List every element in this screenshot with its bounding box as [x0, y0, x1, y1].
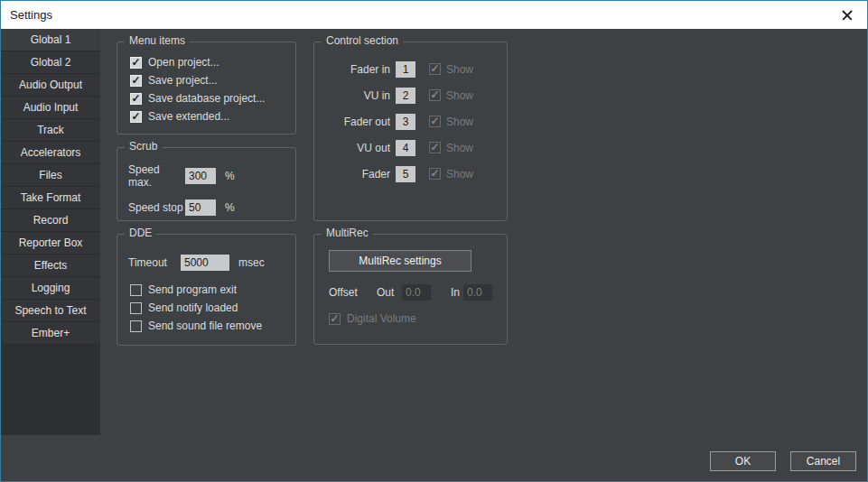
checkbox-open-project[interactable] — [130, 57, 142, 69]
group-dde: DDE Timeout msec Send program exit Send … — [117, 234, 296, 346]
vu-out-label: VU out — [314, 142, 390, 154]
sidebar-item-files[interactable]: Files — [1, 164, 100, 187]
checkbox-label: Save extended... — [148, 110, 229, 123]
sidebar-item-ember[interactable]: Ember+ — [1, 322, 100, 345]
checkbox-label: Save project... — [148, 74, 218, 87]
sidebar-item-logging[interactable]: Logging — [1, 277, 100, 300]
save-extended-row: Save extended... — [130, 110, 295, 123]
offset-label: Offset — [329, 286, 377, 299]
open-project-row: Open project... — [130, 56, 295, 69]
checkbox-digital-volume — [329, 313, 341, 325]
checkbox-label: Save database project... — [148, 92, 265, 105]
vu-in-row: VU in Show — [314, 86, 507, 105]
group-title: MultiRec — [322, 227, 373, 239]
fader-label: Fader — [314, 168, 390, 181]
show-label: Show — [446, 89, 473, 102]
speed-max-row: Speed max. % — [128, 163, 295, 189]
group-multirec: MultiRec MultiRec settings Offset Out In… — [313, 234, 508, 345]
percent-label: % — [225, 170, 235, 182]
fader-row: Fader Show — [314, 164, 507, 183]
fader-out-input[interactable] — [396, 114, 415, 130]
offset-row: Offset Out In — [329, 284, 492, 301]
show-label: Show — [446, 142, 473, 154]
sidebar-item-speech-to-text[interactable]: Speech to Text — [1, 300, 100, 322]
timeout-label: Timeout — [128, 256, 181, 269]
percent-label: % — [225, 201, 235, 214]
in-label: In — [451, 286, 460, 299]
offset-out-input — [402, 284, 431, 301]
out-label: Out — [377, 286, 402, 299]
send-program-exit-row: Send program exit — [130, 283, 295, 296]
checkbox-send-sound-file-remove[interactable] — [130, 320, 142, 332]
speed-stop-label: Speed stop — [128, 201, 185, 214]
offset-in-input — [463, 284, 492, 301]
fader-in-row: Fader in Show — [314, 60, 507, 79]
save-project-row: Save project... — [130, 74, 295, 87]
checkbox-label: Send sound file remove — [148, 320, 262, 332]
checkbox-send-notify-loaded[interactable] — [130, 302, 142, 314]
fader-input[interactable] — [396, 166, 415, 182]
checkbox-send-program-exit[interactable] — [130, 284, 142, 296]
group-control-section: Control section Fader in Show VU in Show… — [313, 42, 508, 221]
vu-in-label: VU in — [314, 89, 390, 102]
sidebar-item-track[interactable]: Track — [1, 119, 100, 142]
sidebar-item-global-1[interactable]: Global 1 — [1, 29, 100, 51]
speed-max-label: Speed max. — [128, 163, 185, 189]
timeout-input[interactable] — [181, 255, 229, 271]
sidebar-item-take-format[interactable]: Take Format — [1, 187, 100, 209]
settings-dialog: Settings Global 1 Global 2 Audio Output … — [0, 0, 868, 482]
sidebar-item-global-2[interactable]: Global 2 — [1, 51, 100, 74]
sidebar-item-effects[interactable]: Effects — [1, 255, 100, 277]
speed-max-input[interactable] — [185, 168, 216, 184]
show-label: Show — [446, 168, 473, 181]
sidebar-item-audio-output[interactable]: Audio Output — [1, 74, 100, 97]
vu-out-input[interactable] — [396, 140, 415, 156]
send-notify-loaded-row: Send notify loaded — [130, 301, 295, 314]
checkbox-save-project[interactable] — [130, 75, 142, 87]
send-sound-file-remove-row: Send sound file remove — [130, 320, 295, 332]
checkbox-label: Open project... — [148, 56, 219, 69]
msec-label: msec — [238, 256, 265, 269]
sidebar-item-record[interactable]: Record — [1, 209, 100, 232]
checkbox-show-vu-out — [429, 142, 441, 153]
group-scrub: Scrub Speed max. % Speed stop % — [117, 147, 296, 221]
fader-out-row: Fader out Show — [314, 112, 507, 131]
close-button[interactable] — [826, 1, 867, 29]
checkbox-show-fader — [429, 168, 441, 180]
show-label: Show — [446, 116, 473, 128]
group-menu-items: Menu items Open project... Save project.… — [117, 42, 296, 134]
cancel-button[interactable]: Cancel — [790, 451, 856, 471]
group-title: Menu items — [125, 34, 190, 47]
group-title: Scrub — [125, 140, 162, 153]
settings-category-sidebar: Global 1 Global 2 Audio Output Audio Inp… — [1, 29, 100, 435]
checkbox-show-fader-in — [429, 63, 441, 75]
digital-volume-row: Digital Volume — [329, 312, 416, 325]
multirec-settings-button[interactable]: MultiRec settings — [329, 250, 471, 272]
sidebar-item-audio-input[interactable]: Audio Input — [1, 97, 100, 119]
ok-button[interactable]: OK — [710, 451, 776, 471]
sidebar-item-accelerators[interactable]: Accelerators — [1, 142, 100, 164]
vu-out-row: VU out Show — [314, 138, 507, 157]
checkbox-label: Send program exit — [148, 283, 237, 296]
title-bar: Settings — [1, 1, 867, 29]
timeout-row: Timeout msec — [128, 255, 295, 271]
checkbox-save-database-project[interactable] — [130, 93, 142, 105]
digital-volume-label: Digital Volume — [347, 312, 416, 325]
speed-stop-row: Speed stop % — [128, 199, 295, 216]
fader-in-label: Fader in — [314, 63, 390, 76]
window-title: Settings — [10, 8, 52, 22]
vu-in-input[interactable] — [396, 88, 415, 104]
speed-stop-input[interactable] — [185, 199, 216, 216]
close-icon — [842, 10, 853, 21]
sidebar-item-reporter-box[interactable]: Reporter Box — [1, 232, 100, 255]
checkbox-save-extended[interactable] — [130, 111, 142, 123]
group-title: DDE — [125, 227, 156, 239]
checkbox-show-fader-out — [429, 116, 441, 127]
fader-out-label: Fader out — [314, 116, 390, 128]
fader-in-input[interactable] — [396, 61, 415, 78]
show-label: Show — [446, 63, 473, 76]
group-title: Control section — [322, 34, 403, 47]
checkbox-label: Send notify loaded — [148, 301, 238, 314]
checkbox-show-vu-in — [429, 89, 441, 101]
save-database-project-row: Save database project... — [130, 92, 295, 105]
